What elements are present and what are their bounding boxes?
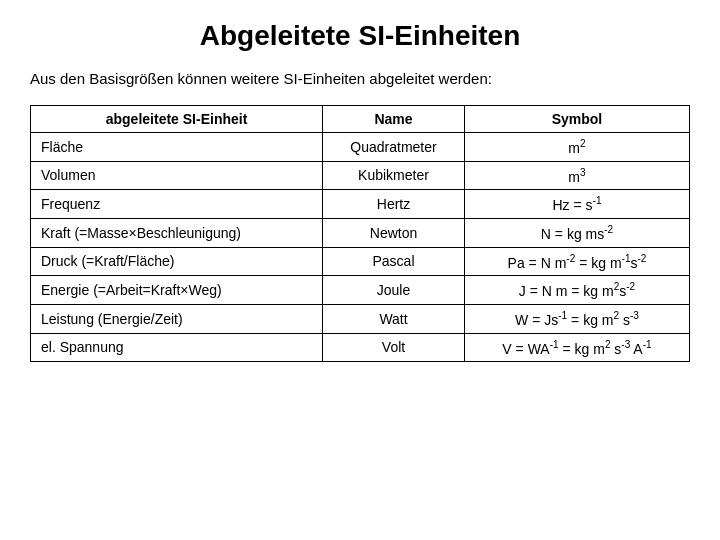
page-title: Abgeleitete SI-Einheiten [30, 20, 690, 52]
cell-symbol: N = kg ms-2 [464, 218, 689, 247]
cell-name: Quadratmeter [323, 133, 465, 162]
cell-symbol: Pa = N m-2 = kg m-1s-2 [464, 247, 689, 276]
table-row: FrequenzHertzHz = s-1 [31, 190, 690, 219]
si-units-table: abgeleitete SI-Einheit Name Symbol Fläch… [30, 105, 690, 362]
cell-name: Hertz [323, 190, 465, 219]
cell-symbol: Hz = s-1 [464, 190, 689, 219]
table-row: FlächeQuadratmeterm2 [31, 133, 690, 162]
table-row: el. SpannungVoltV = WA-1 = kg m2 s-3 A-1 [31, 333, 690, 362]
cell-symbol: W = Js-1 = kg m2 s-3 [464, 304, 689, 333]
cell-name: Kubikmeter [323, 161, 465, 190]
cell-symbol: V = WA-1 = kg m2 s-3 A-1 [464, 333, 689, 362]
table-header-row: abgeleitete SI-Einheit Name Symbol [31, 106, 690, 133]
table-row: Energie (=Arbeit=Kraft×Weg)JouleJ = N m … [31, 276, 690, 305]
page: Abgeleitete SI-Einheiten Aus den Basisgr… [0, 0, 720, 540]
cell-einheit: Frequenz [31, 190, 323, 219]
cell-symbol: m2 [464, 133, 689, 162]
cell-einheit: Fläche [31, 133, 323, 162]
cell-einheit: Energie (=Arbeit=Kraft×Weg) [31, 276, 323, 305]
table-row: Kraft (=Masse×Beschleunigung)NewtonN = k… [31, 218, 690, 247]
col-header-symbol: Symbol [464, 106, 689, 133]
cell-einheit: Druck (=Kraft/Fläche) [31, 247, 323, 276]
cell-name: Pascal [323, 247, 465, 276]
cell-einheit: Volumen [31, 161, 323, 190]
col-header-einheit: abgeleitete SI-Einheit [31, 106, 323, 133]
table-row: Druck (=Kraft/Fläche)PascalPa = N m-2 = … [31, 247, 690, 276]
cell-symbol: J = N m = kg m2s-2 [464, 276, 689, 305]
table-row: VolumenKubikmeterm3 [31, 161, 690, 190]
cell-name: Newton [323, 218, 465, 247]
table-row: Leistung (Energie/Zeit)WattW = Js-1 = kg… [31, 304, 690, 333]
cell-name: Joule [323, 276, 465, 305]
subtitle: Aus den Basisgrößen können weitere SI-Ei… [30, 70, 690, 87]
cell-symbol: m3 [464, 161, 689, 190]
cell-name: Volt [323, 333, 465, 362]
cell-einheit: el. Spannung [31, 333, 323, 362]
cell-einheit: Leistung (Energie/Zeit) [31, 304, 323, 333]
cell-name: Watt [323, 304, 465, 333]
cell-einheit: Kraft (=Masse×Beschleunigung) [31, 218, 323, 247]
col-header-name: Name [323, 106, 465, 133]
